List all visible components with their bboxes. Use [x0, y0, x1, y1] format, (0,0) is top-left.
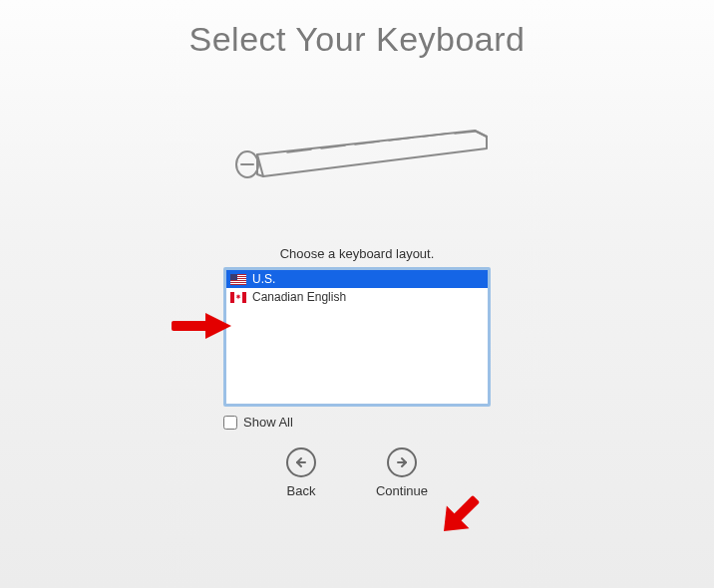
show-all-label: Show All	[243, 415, 293, 430]
us-flag-icon	[230, 274, 246, 285]
nav-row: Back Continue	[0, 447, 714, 498]
svg-line-3	[475, 131, 487, 137]
prompt-label: Choose a keyboard layout.	[0, 246, 714, 261]
page-title: Select Your Keyboard	[0, 0, 714, 59]
arrow-left-icon	[286, 447, 316, 477]
svg-rect-24	[453, 495, 480, 522]
svg-rect-19	[242, 292, 246, 303]
canada-flag-icon	[230, 292, 246, 303]
show-all-checkbox[interactable]	[223, 416, 237, 430]
svg-rect-22	[172, 321, 207, 331]
svg-rect-14	[230, 281, 246, 282]
svg-rect-18	[230, 292, 234, 303]
svg-rect-15	[230, 283, 246, 284]
show-all-row[interactable]: Show All	[223, 415, 491, 430]
keyboard-layout-list[interactable]: U.S. Canadian English	[223, 267, 491, 407]
list-item-label: U.S.	[252, 272, 275, 286]
svg-rect-16	[230, 274, 237, 280]
keyboard-icon	[217, 119, 497, 198]
continue-label: Continue	[376, 483, 428, 498]
arrow-right-icon	[387, 447, 417, 477]
continue-button[interactable]: Continue	[376, 447, 428, 498]
svg-marker-25	[435, 506, 469, 540]
list-item[interactable]: Canadian English	[226, 288, 488, 306]
list-item[interactable]: U.S.	[226, 270, 488, 288]
back-label: Back	[287, 483, 316, 498]
list-item-label: Canadian English	[252, 290, 346, 304]
back-button[interactable]: Back	[286, 447, 316, 498]
